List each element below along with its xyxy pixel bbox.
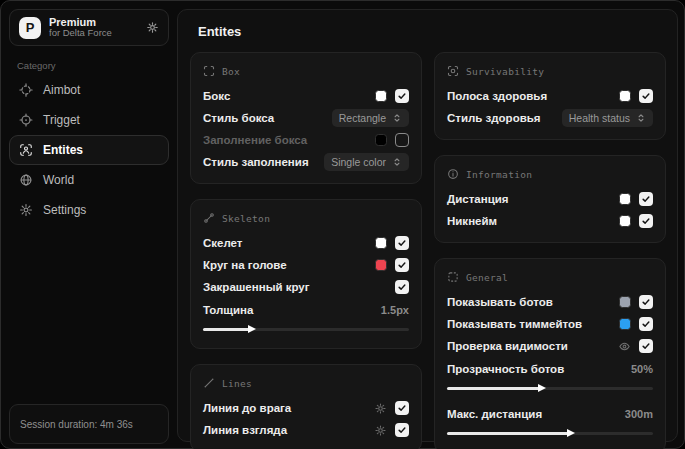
box-style-select[interactable]: Rectangle — [332, 109, 409, 127]
gear-icon — [19, 203, 33, 217]
check-icon — [641, 216, 651, 226]
setting-row: Стиль заполнения Single color — [203, 151, 409, 173]
skeleton-card-header: Skeleton — [203, 212, 409, 224]
brand-subtitle: for Delta Force — [49, 28, 112, 39]
person-scan-icon — [19, 143, 33, 157]
checkbox-checked[interactable] — [395, 236, 409, 250]
information-card: Information Дистанция Никнейм — [434, 155, 666, 243]
right-column: Survivability Полоса здоровья Стиль здор… — [434, 52, 666, 449]
bot-opacity-slider[interactable] — [447, 383, 653, 393]
card-title: General — [466, 272, 508, 283]
check-icon — [641, 194, 651, 204]
check-icon — [641, 91, 651, 101]
setting-label: Стиль здоровья — [447, 112, 541, 124]
gear-icon[interactable] — [374, 424, 387, 437]
setting-row: Никнейм — [447, 210, 653, 232]
health-style-select[interactable]: Health status — [562, 109, 653, 127]
setting-label: Дистанция — [447, 193, 508, 205]
color-swatch[interactable] — [375, 134, 387, 146]
chevron-up-down-icon — [636, 113, 646, 123]
checkbox-checked[interactable] — [639, 295, 653, 309]
checkbox-checked[interactable] — [639, 192, 653, 206]
box-card: Box Бокс Стиль бокса — [190, 52, 422, 184]
setting-row: Линия взгляда — [203, 419, 409, 441]
slider-fill — [447, 387, 540, 390]
sidebar-item-label: Trigget — [43, 113, 80, 127]
slider-thumb[interactable] — [248, 325, 256, 333]
setting-label: Стиль заполнения — [203, 156, 309, 168]
lines-card-header: Lines — [203, 377, 409, 389]
color-swatch[interactable] — [619, 193, 631, 205]
chevron-up-down-icon — [392, 157, 402, 167]
check-icon — [397, 238, 407, 248]
setting-label: Показывать тиммейтов — [447, 318, 582, 330]
sidebar-item-entites[interactable]: Entites — [9, 135, 169, 165]
color-swatch[interactable] — [619, 90, 631, 102]
slider-thumb[interactable] — [538, 384, 546, 392]
checkbox-checked[interactable] — [639, 317, 653, 331]
check-icon — [397, 403, 407, 413]
setting-row: Закрашенный круг — [203, 276, 409, 298]
globe-icon — [19, 173, 33, 187]
sidebar-item-settings[interactable]: Settings — [9, 195, 169, 225]
select-value: Single color — [331, 156, 386, 168]
slider-thumb[interactable] — [567, 429, 575, 437]
checkbox-checked[interactable] — [639, 214, 653, 228]
slider-fill — [447, 432, 569, 435]
slider-fill — [203, 328, 250, 331]
checkbox-checked[interactable] — [395, 89, 409, 103]
checkbox-checked[interactable] — [395, 280, 409, 294]
setting-label: Макс. дистанция — [447, 408, 542, 420]
sidebar-item-label: Settings — [43, 203, 86, 217]
lines-card: Lines Линия до врага — [190, 364, 422, 449]
check-icon — [397, 91, 407, 101]
setting-label: Скелет — [203, 237, 243, 249]
color-swatch[interactable] — [619, 318, 631, 330]
check-icon — [641, 297, 651, 307]
color-swatch[interactable] — [619, 296, 631, 308]
checkbox-checked[interactable] — [639, 339, 653, 353]
skeleton-card: Skeleton Скелет Круг на голове — [190, 199, 422, 349]
health-scan-icon — [447, 65, 459, 77]
information-card-header: Information — [447, 168, 653, 180]
bot-opacity-slider-row: Прозрачность ботов 50% — [447, 358, 653, 397]
setting-label: Линия до врага — [203, 402, 291, 414]
sidebar-item-trigget[interactable]: Trigget — [9, 105, 169, 135]
checkbox-checked[interactable] — [395, 423, 409, 437]
setting-label: Полоса здоровья — [447, 90, 547, 102]
max-distance-slider-row: Макс. дистанция 300m — [447, 403, 653, 442]
checkbox-unchecked[interactable] — [395, 133, 409, 147]
thickness-slider[interactable] — [203, 324, 409, 334]
card-title: Box — [222, 66, 240, 77]
checkbox-checked[interactable] — [395, 258, 409, 272]
eye-icon[interactable] — [618, 340, 631, 353]
sidebar: P Premium for Delta Force Category Aimbo… — [9, 9, 169, 444]
general-card: General Показывать ботов Показывать тимм… — [434, 258, 666, 449]
thickness-slider-row: Толщина 1.5px — [203, 299, 409, 338]
max-distance-slider[interactable] — [447, 428, 653, 438]
check-icon — [397, 425, 407, 435]
checkbox-checked[interactable] — [639, 89, 653, 103]
chevron-up-down-icon — [392, 113, 402, 123]
sidebar-item-aimbot[interactable]: Aimbot — [9, 75, 169, 105]
setting-row: Скелет — [203, 232, 409, 254]
color-swatch[interactable] — [375, 90, 387, 102]
setting-row: Полоса здоровья — [447, 85, 653, 107]
survivability-card-header: Survivability — [447, 65, 653, 77]
gear-icon[interactable] — [146, 21, 159, 34]
color-swatch[interactable] — [375, 237, 387, 249]
box-card-header: Box — [203, 65, 409, 77]
setting-row: Стиль бокса Rectangle — [203, 107, 409, 129]
app-window: P Premium for Delta Force Category Aimbo… — [0, 0, 685, 449]
setting-label: Прозрачность ботов — [447, 363, 564, 375]
color-swatch[interactable] — [619, 215, 631, 227]
page-title: Entites — [198, 24, 665, 39]
color-swatch[interactable] — [375, 259, 387, 271]
checkbox-checked[interactable] — [395, 401, 409, 415]
gear-icon[interactable] — [374, 402, 387, 415]
sidebar-item-world[interactable]: World — [9, 165, 169, 195]
setting-label: Толщина — [203, 304, 253, 316]
general-card-header: General — [447, 271, 653, 283]
fill-style-select[interactable]: Single color — [324, 153, 409, 171]
select-value: Rectangle — [339, 112, 386, 124]
